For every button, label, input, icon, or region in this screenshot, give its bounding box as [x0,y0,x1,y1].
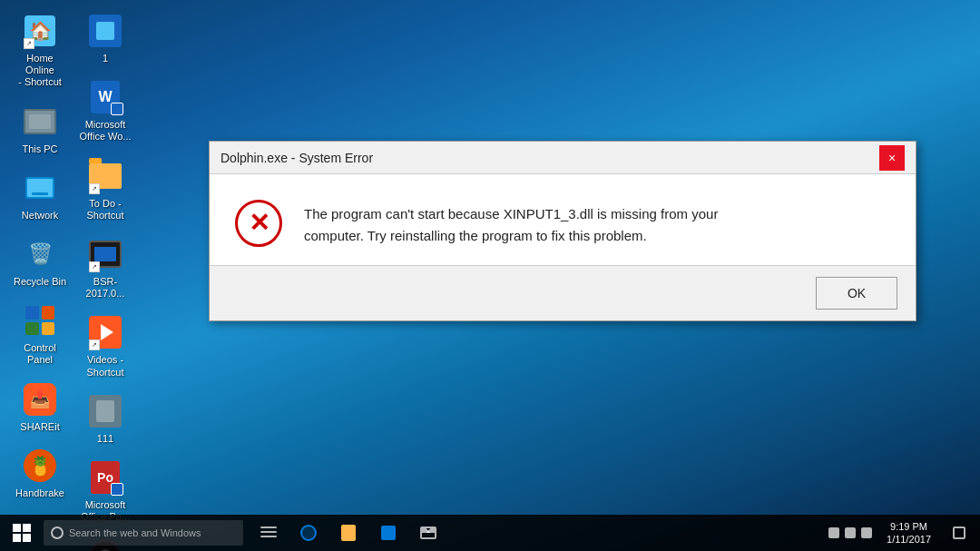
error-icon: ✕ [235,200,282,247]
shareit-icon: 📤 [24,383,56,416]
taskbar-tray: 9:19 PM 1/11/2017 [828,515,980,551]
store-button[interactable] [370,515,407,551]
error-message-line2: computer. Try reinstalling the program t… [304,228,647,243]
mail-button[interactable] [410,515,446,551]
shortcut-arrow-bsr: ↗ [89,261,100,272]
search-placeholder: Search the web and Windows [69,527,201,538]
desktop-icon-home[interactable]: 🏠 ↗ Home Online- Shortcut [5,7,74,94]
file-explorer-icon [341,525,356,541]
word-badge [111,103,123,115]
desktop-icon-this-pc[interactable]: This PC [5,98,74,161]
bsr-label: BSR-2017.0... [78,276,132,300]
taskbar: Search the web and Windows 9:19 PM 1/11 [0,515,980,551]
task-view-button[interactable] [250,515,287,551]
desktop-icon-1[interactable]: 1 [71,7,140,70]
error-message: The program can't start because XINPUT1_… [304,200,890,247]
desktop-icon-control-panel[interactable]: ControlPanel [5,297,74,371]
clock-time: 9:19 PM [890,520,927,533]
desktop-icon-videos[interactable]: ↗ Videos -Shortcut [71,309,140,383]
control-panel-label: ControlPanel [24,342,55,366]
videos-label: Videos -Shortcut [87,354,124,378]
clock-date: 1/11/2017 [887,533,931,546]
todo-label: To Do -Shortcut [87,198,124,221]
dialog-footer: OK [210,265,916,320]
taskbar-icons [250,515,446,551]
icon-1-label: 1 [103,53,108,64]
handbrake-label: Handbrake [15,487,64,499]
icon-111-label: 111 [97,433,113,445]
shortcut-arrow-icon: ↗ [24,38,34,49]
tray-icon-3 [861,527,872,538]
dialog-title: Dolphin.exe - System Error [220,151,373,165]
notification-center-button[interactable] [946,515,973,551]
error-x-mark: ✕ [249,211,270,236]
home-icon-label: Home Online- Shortcut [13,53,67,89]
shortcut-arrow-todo: ↗ [89,183,100,194]
tray-icons [828,527,872,538]
tray-icon-2 [845,527,856,538]
windows-logo-icon [13,524,31,542]
this-pc-icon-label: This PC [22,143,57,155]
shareit-label: SHAREit [20,421,59,433]
dialog-body: ✕ The program can't start because XINPUT… [210,174,916,265]
search-icon [51,526,64,539]
error-message-line1: The program can't start because XINPUT1_… [304,206,718,221]
network-icon-label: Network [22,210,58,221]
desktop-icon-bsr[interactable]: ↗ BSR-2017.0... [71,231,140,305]
ms-word-label: MicrosoftOffice Wo... [79,119,131,143]
desktop-icon-ms-word[interactable]: W MicrosoftOffice Wo... [71,74,140,148]
task-view-icon [260,526,277,539]
desktop-icons-col1: 🏠 ↗ Home Online- Shortcut This PC Networ… [4,0,76,515]
system-error-dialog[interactable]: Dolphin.exe - System Error × ✕ The progr… [209,141,916,321]
shortcut-arrow-videos: ↗ [89,339,100,350]
notification-icon [953,526,965,539]
desktop-icon-recycle-bin[interactable]: 🗑️ Recycle Bin [5,231,74,293]
tray-icon-1 [828,527,839,538]
desktop-icon-todo[interactable]: ↗ To Do -Shortcut [71,153,140,227]
dialog-titlebar: Dolphin.exe - System Error × [210,142,916,174]
dialog-close-button[interactable]: × [879,145,905,171]
recycle-bin-label: Recycle Bin [14,276,66,288]
recycle-icon: 🗑️ [24,239,55,270]
store-icon [381,526,396,540]
desktop-icons-col2: 1 W MicrosoftOffice Wo... ↗ To Do -Short… [69,0,142,515]
desktop-icon-handbrake[interactable]: 🍍 Handbrake [5,442,74,505]
edge-button[interactable] [290,515,327,551]
handbrake-icon: 🍍 [24,449,56,482]
edge-icon [300,525,317,541]
taskbar-search-bar[interactable]: Search the web and Windows [44,520,243,546]
desktop-icon-shareit[interactable]: 📤 SHAREit [5,376,74,438]
start-button[interactable] [0,515,44,551]
desktop-icon-network[interactable]: Network [5,164,74,227]
mail-icon [420,526,436,539]
clock-area[interactable]: 9:19 PM 1/11/2017 [879,518,938,548]
powerpoint-badge [111,483,123,496]
file-explorer-button[interactable] [330,515,367,551]
desktop-icon-111[interactable]: 111 [71,388,140,450]
ok-button[interactable]: OK [816,277,897,310]
